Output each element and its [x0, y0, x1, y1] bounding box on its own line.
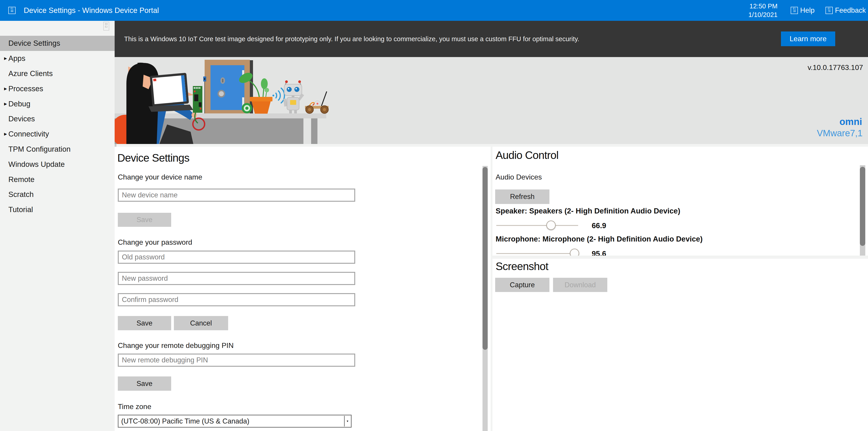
help-button[interactable]: E1 1B Help — [791, 0, 815, 21]
new-device-name-input[interactable] — [118, 189, 355, 202]
audio-control-title: Audio Control — [496, 149, 558, 162]
audio-panel-scrollbar-thumb[interactable] — [860, 167, 865, 246]
sidebar-item-label: Device Settings — [8, 39, 60, 48]
password-label: Change your password — [118, 238, 192, 247]
volume-value: 66.9 — [592, 221, 606, 230]
save-device-name-button: Save — [118, 213, 171, 227]
windows-device-portal: E1 00 Device Settings - Windows Device P… — [0, 0, 868, 431]
sidebar-item-label: Windows Update — [8, 160, 65, 169]
app-logo-icon: E1 00 — [8, 7, 16, 14]
feedback-icon: E1 70 — [826, 7, 833, 14]
sidebar-item-label: Scratch — [8, 190, 34, 199]
pin-label: Change your remote debugging PIN — [118, 341, 234, 350]
feedback-button[interactable]: E1 70 Feedback — [826, 0, 866, 21]
volume-value: 95.6 — [592, 250, 606, 256]
device-settings-scrollbar[interactable] — [483, 166, 488, 431]
sidebar-item-label: Devices — [8, 115, 35, 123]
new-password-input[interactable] — [118, 272, 355, 285]
feedback-label: Feedback — [835, 6, 866, 15]
audio-sliders: Speaker: Speakers (2- High Definition Au… — [492, 206, 854, 256]
warning-message: This is a Windows 10 IoT Core test image… — [124, 21, 579, 57]
expand-arrow-icon: ► — [3, 101, 8, 107]
header-area: v.10.0.17763.107 omni VMware7,1 — [115, 57, 868, 144]
volume-slider-track[interactable] — [496, 253, 578, 254]
time-text: 12:50 PM — [748, 2, 778, 10]
sidebar-item-tpm-configuration[interactable]: TPM Configuration — [0, 142, 115, 157]
sidebar-item-label: Apps — [8, 54, 25, 63]
timezone-selected-value: (UTC-08:00) Pacific Time (US & Canada) — [121, 417, 249, 425]
sidebar: E0 E2 Device Settings►AppsAzure Clients►… — [0, 21, 115, 431]
sidebar-item-devices[interactable]: Devices — [0, 111, 115, 126]
title-bar: E1 00 Device Settings - Windows Device P… — [0, 0, 868, 21]
sidebar-item-label: Azure Clients — [8, 69, 53, 78]
header-illustration — [115, 57, 330, 144]
sidebar-item-scratch[interactable]: Scratch — [0, 187, 115, 202]
expand-arrow-icon: ► — [3, 56, 8, 61]
volume-slider-thumb[interactable] — [546, 221, 556, 230]
sidebar-item-label: Connectivity — [8, 130, 49, 138]
sidebar-item-processes[interactable]: ►Processes — [0, 81, 115, 96]
warning-banner: This is a Windows 10 IoT Core test image… — [115, 21, 868, 57]
sidebar-item-windows-update[interactable]: Windows Update — [0, 156, 115, 172]
learn-more-button[interactable]: Learn more — [781, 31, 835, 46]
device-settings-title: Device Settings — [117, 152, 189, 164]
refresh-audio-button[interactable]: Refresh — [495, 190, 550, 204]
volume-slider-track[interactable] — [496, 225, 578, 226]
save-password-button[interactable]: Save — [118, 316, 171, 330]
sidebar-item-azure-clients[interactable]: Azure Clients — [0, 66, 115, 81]
device-name: omni — [839, 116, 862, 127]
device-settings-scrollbar-thumb[interactable] — [483, 167, 488, 350]
cancel-password-button[interactable]: Cancel — [174, 316, 228, 330]
expand-arrow-icon: ► — [3, 86, 8, 91]
sidebar-item-label: Remote — [8, 175, 35, 184]
confirm-password-input[interactable] — [118, 293, 355, 306]
help-label: Help — [800, 6, 815, 15]
screenshot-panel: Screenshot Capture Download — [492, 259, 868, 431]
os-version: v.10.0.17763.107 — [808, 63, 863, 72]
new-pin-input[interactable] — [118, 353, 355, 367]
timezone-label: Time zone — [118, 402, 151, 411]
sidebar-nav: Device Settings►AppsAzure Clients►Proces… — [0, 36, 115, 217]
timezone-select[interactable]: (UTC-08:00) Pacific Time (US & Canada) ▾ — [118, 415, 351, 428]
sidebar-item-label: Processes — [8, 84, 43, 93]
audio-device-label: Speaker: Speakers (2- High Definition Au… — [496, 206, 854, 216]
help-icon: E1 1B — [791, 7, 798, 14]
audio-panel-scrollbar[interactable] — [860, 165, 865, 256]
sidebar-item-label: Tutorial — [8, 205, 33, 214]
volume-slider: 95.6 — [496, 249, 854, 256]
sidebar-item-label: TPM Configuration — [8, 145, 70, 153]
sidebar-item-remote[interactable]: Remote — [0, 172, 115, 187]
sidebar-pin-icon[interactable]: E0 E2 — [103, 22, 109, 31]
volume-slider-thumb[interactable] — [570, 249, 579, 256]
audio-control-panel: Audio Control Audio Devices Refresh Spea… — [492, 147, 868, 256]
sidebar-item-connectivity[interactable]: ►Connectivity — [0, 126, 115, 142]
volume-slider: 66.9 — [496, 221, 854, 230]
save-pin-button[interactable]: Save — [118, 376, 171, 391]
page-title: Device Settings - Windows Device Portal — [24, 0, 159, 21]
device-model: VMware7,1 — [817, 128, 863, 138]
device-settings-panel: Device Settings Change your device name … — [115, 147, 491, 431]
sidebar-item-device-settings[interactable]: Device Settings — [0, 36, 115, 51]
old-password-input[interactable] — [118, 251, 355, 264]
audio-devices-label: Audio Devices — [496, 173, 542, 181]
sidebar-item-apps[interactable]: ►Apps — [0, 51, 115, 66]
capture-screenshot-button[interactable]: Capture — [495, 278, 550, 292]
clock: 12:50 PM 1/10/2021 — [748, 2, 778, 19]
sidebar-item-tutorial[interactable]: Tutorial — [0, 202, 115, 217]
device-name-label: Change your device name — [118, 173, 203, 181]
date-text: 1/10/2021 — [748, 10, 778, 19]
expand-arrow-icon: ► — [3, 131, 8, 137]
sidebar-item-label: Debug — [8, 99, 30, 108]
audio-device-label: Microphone: Microphone (2- High Definiti… — [496, 234, 854, 243]
download-screenshot-button: Download — [553, 278, 607, 292]
screenshot-title: Screenshot — [496, 260, 548, 272]
timezone-dropdown-arrow-icon[interactable]: ▾ — [344, 416, 350, 427]
sidebar-item-debug[interactable]: ►Debug — [0, 96, 115, 111]
